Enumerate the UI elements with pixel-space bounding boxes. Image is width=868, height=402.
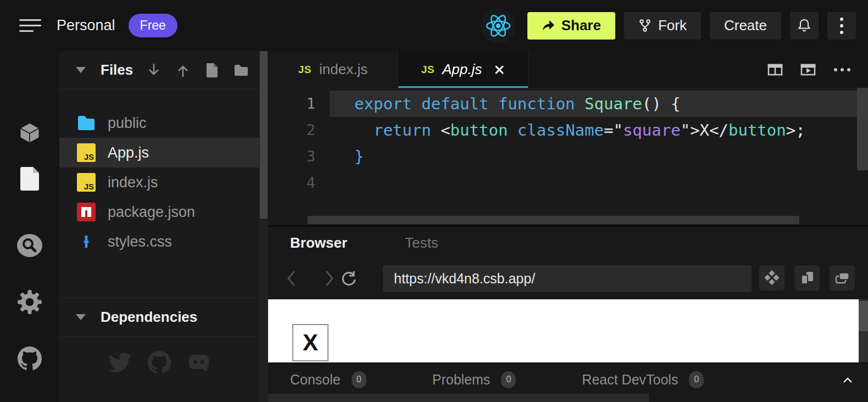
browser-navbar — [268, 259, 868, 299]
code-text: export default function Square() { — [330, 91, 868, 117]
codesandbox-app: Personal Free Share — [0, 0, 868, 402]
react-devtools-count-badge: 0 — [689, 371, 704, 388]
url-input[interactable] — [383, 265, 752, 292]
editor-vertical-scrollbar[interactable] — [857, 88, 868, 170]
duplicate-layers-icon[interactable] — [830, 265, 855, 291]
file-row-stylescss[interactable]: Ɨ styles.css — [59, 227, 259, 256]
tab-indexjs[interactable]: JS index.js — [268, 51, 398, 88]
code-text: return <button className="square">X</but… — [330, 117, 868, 143]
preview-scrollbar[interactable] — [859, 299, 868, 362]
js-file-icon: JS — [77, 173, 96, 192]
tab-appjs[interactable]: JS App.js — [398, 51, 528, 88]
line-number: 2 — [268, 117, 330, 143]
kebab-menu-icon — [840, 18, 843, 34]
file-name: styles.css — [108, 233, 172, 250]
file-row-public[interactable]: public — [59, 108, 259, 138]
refresh-icon[interactable] — [337, 266, 359, 291]
console-bar: Console 0 Problems 0 React DevTools 0 — [268, 362, 868, 402]
download-icon[interactable] — [145, 62, 163, 79]
preview-window-icon[interactable] — [800, 62, 816, 77]
sandbox-cube-icon[interactable] — [0, 118, 59, 148]
file-name: index.js — [108, 174, 158, 191]
create-button[interactable]: Create — [710, 12, 781, 40]
line-number: 4 — [268, 170, 330, 196]
devtools-diamond-icon[interactable] — [759, 265, 784, 291]
upload-icon[interactable] — [174, 62, 192, 79]
browser-pane: Browser Tests — [268, 225, 868, 299]
create-button-label: Create — [724, 17, 767, 34]
problems-label: Problems — [432, 372, 491, 388]
back-icon[interactable] — [280, 266, 302, 291]
chevron-up-icon[interactable] — [843, 376, 853, 386]
console-horizontal-scrollbar[interactable] — [268, 394, 649, 402]
new-file-icon[interactable] — [203, 62, 221, 79]
files-panel: Files public — [59, 51, 259, 402]
notifications-button[interactable] — [790, 12, 819, 40]
file-row-appjs[interactable]: JS App.js — [59, 138, 259, 168]
file-name: public — [108, 115, 147, 132]
new-folder-icon[interactable] — [232, 62, 250, 79]
problems-count-badge: 0 — [501, 371, 516, 388]
line-number: 3 — [268, 143, 330, 170]
more-options-button[interactable] — [827, 12, 856, 40]
code-line-2: 2 return <button className="square">X</b… — [268, 117, 868, 143]
github-icon[interactable] — [0, 344, 59, 373]
code-line-1: 1 export default function Square() { — [268, 91, 868, 117]
panel-scrollbar-thumb[interactable] — [260, 51, 268, 219]
files-panel-title: Files — [101, 62, 133, 79]
dependencies-section[interactable]: Dependencies — [59, 298, 259, 337]
share-arrow-icon — [542, 20, 555, 32]
tab-label: App.js — [442, 61, 482, 78]
preview-scrollbar-thumb[interactable] — [859, 301, 868, 331]
file-row-indexjs[interactable]: JS index.js — [59, 168, 259, 197]
main-area: JS index.js JS App.js — [268, 51, 868, 402]
browser-preview: X — [268, 299, 868, 362]
workspace-name[interactable]: Personal — [57, 17, 115, 34]
chevron-down-icon[interactable] — [76, 67, 86, 73]
file-name: package.json — [108, 204, 195, 221]
panel-scrollbar[interactable] — [259, 51, 268, 402]
react-devtools-tab[interactable]: React DevTools 0 — [582, 371, 704, 388]
share-button[interactable]: Share — [527, 12, 615, 40]
hamburger-menu-icon[interactable] — [19, 18, 43, 34]
activity-bar — [0, 51, 59, 402]
fork-button-label: Fork — [658, 17, 687, 34]
settings-gear-icon[interactable] — [0, 287, 59, 317]
share-button-label: Share — [561, 17, 601, 34]
tab-tests[interactable]: Tests — [405, 235, 438, 252]
top-header: Personal Free Share — [0, 0, 868, 51]
github-icon[interactable] — [147, 350, 171, 375]
deploy-rocket-icon[interactable] — [0, 400, 59, 402]
split-view-icon[interactable] — [767, 62, 783, 77]
editor-horizontal-scrollbar[interactable] — [308, 216, 799, 224]
social-links — [59, 350, 259, 375]
file-row-packagejson[interactable]: package.json — [59, 197, 259, 227]
css-file-icon: Ɨ — [77, 232, 96, 251]
js-file-icon: JS — [421, 64, 435, 76]
problems-tab[interactable]: Problems 0 — [432, 371, 516, 388]
close-icon[interactable] — [494, 64, 505, 75]
search-icon[interactable] — [0, 231, 59, 260]
more-options-icon[interactable] — [833, 67, 852, 72]
editor-tabbar: JS index.js JS App.js — [268, 51, 868, 88]
file-explorer-icon[interactable] — [0, 164, 59, 193]
fork-icon — [638, 19, 652, 32]
bell-icon — [797, 18, 811, 34]
tab-browser[interactable]: Browser — [290, 235, 347, 252]
twitter-icon[interactable] — [108, 350, 132, 375]
console-tab[interactable]: Console 0 — [290, 371, 366, 388]
file-list: public JS App.js JS index.js package.jso… — [59, 108, 259, 256]
fork-button[interactable]: Fork — [624, 12, 701, 40]
discord-icon[interactable] — [187, 350, 211, 375]
line-number: 1 — [268, 91, 330, 117]
files-panel-header: Files — [59, 51, 259, 90]
code-editor[interactable]: 1 export default function Square() { 2 r… — [268, 88, 868, 225]
tab-label: index.js — [319, 61, 368, 78]
react-logo-icon — [480, 8, 516, 44]
dependencies-title: Dependencies — [101, 309, 197, 326]
code-line-4: 4 — [268, 170, 868, 196]
square-x-button[interactable]: X — [292, 324, 329, 361]
open-new-window-icon[interactable] — [794, 265, 820, 291]
console-count-badge: 0 — [352, 371, 366, 388]
js-file-icon: JS — [298, 64, 311, 76]
